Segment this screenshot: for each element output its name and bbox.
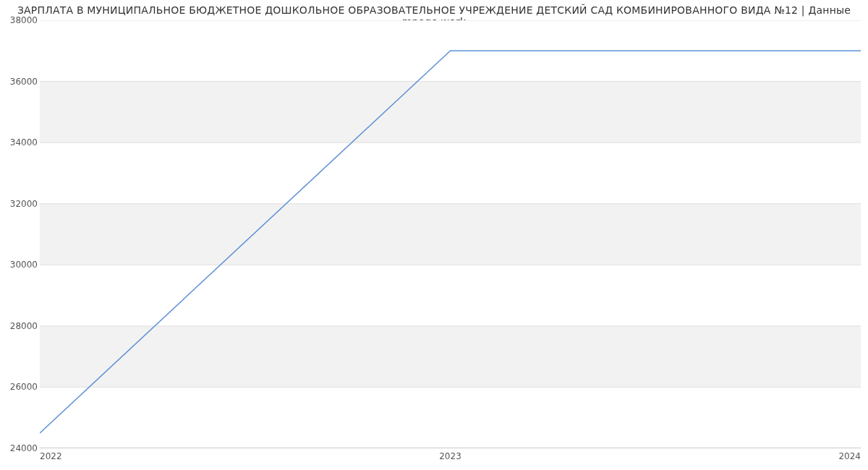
x-tick-label: 2023: [439, 451, 461, 461]
y-tick-label: 38000: [1, 15, 38, 25]
y-tick-label: 30000: [1, 260, 38, 270]
x-tick-label: 2022: [40, 451, 62, 461]
y-tick-label: 24000: [1, 443, 38, 453]
svg-rect-1: [40, 326, 861, 388]
svg-rect-3: [40, 204, 861, 265]
y-tick-label: 36000: [1, 77, 38, 87]
svg-rect-2: [40, 265, 861, 326]
svg-rect-5: [40, 82, 861, 143]
x-tick-label: 2024: [838, 451, 861, 461]
chart-svg: [40, 20, 861, 448]
y-tick-label: 26000: [1, 382, 38, 392]
svg-rect-4: [40, 142, 861, 204]
y-tick-label: 28000: [1, 321, 38, 331]
y-tick-label: 32000: [1, 199, 38, 209]
y-tick-label: 34000: [1, 137, 38, 148]
plot-area: [40, 20, 861, 448]
chart-container: ЗАРПЛАТА В МУНИЦИПАЛЬНОЕ БЮДЖЕТНОЕ ДОШКО…: [0, 0, 868, 470]
svg-rect-0: [40, 387, 861, 448]
